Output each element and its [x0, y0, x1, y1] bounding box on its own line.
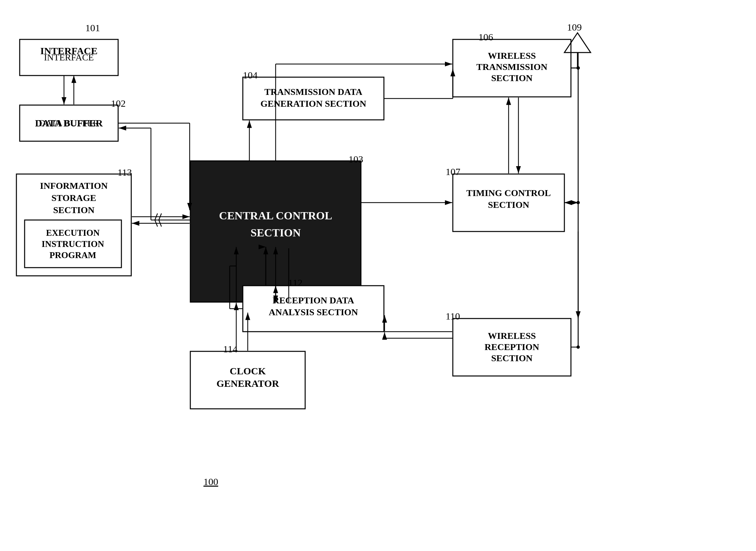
svg-text:RECEPTION DATA: RECEPTION DATA	[273, 295, 354, 306]
diagram: INTERFACE DATA BUFFER INFORMATION STORAG…	[0, 0, 756, 551]
ref-106: 106	[478, 32, 493, 43]
ref-107: 107	[446, 166, 460, 177]
svg-text:CENTRAL CONTROL: CENTRAL CONTROL	[219, 209, 332, 222]
svg-text:TRANSMISSION DATA: TRANSMISSION DATA	[264, 87, 363, 97]
svg-text:TIMING CONTROL: TIMING CONTROL	[466, 188, 551, 198]
ref-100: 100	[203, 476, 218, 487]
data-buffer-label: DATA BUFFER	[20, 105, 118, 141]
ref-101: 101	[85, 22, 100, 33]
svg-text:SECTION: SECTION	[491, 353, 533, 363]
ref-103: 103	[348, 154, 363, 165]
svg-text:WIRELESS: WIRELESS	[488, 51, 536, 61]
ref-109: 109	[567, 22, 582, 33]
svg-text:EXECUTION: EXECUTION	[46, 228, 100, 238]
ref-114: 114	[223, 344, 238, 355]
svg-point-71	[577, 346, 580, 349]
svg-text:TRANSMISSION: TRANSMISSION	[476, 62, 547, 72]
ref-112: 112	[288, 277, 303, 288]
svg-text:CLOCK: CLOCK	[230, 366, 266, 376]
svg-text:RECEPTION: RECEPTION	[485, 342, 539, 352]
svg-text:INSTRUCTION: INSTRUCTION	[42, 239, 104, 249]
svg-text:GENERATION SECTION: GENERATION SECTION	[261, 98, 366, 109]
interface-label: INTERFACE	[20, 39, 118, 75]
svg-text:WIRELESS: WIRELESS	[488, 331, 536, 341]
svg-text:SECTION: SECTION	[250, 226, 301, 239]
svg-text:SECTION: SECTION	[491, 73, 533, 83]
svg-text:GENERATOR: GENERATOR	[217, 378, 279, 389]
ref-110: 110	[446, 311, 460, 322]
svg-text:PROGRAM: PROGRAM	[50, 250, 96, 260]
svg-text:SECTION: SECTION	[488, 200, 529, 210]
svg-text:INFORMATION: INFORMATION	[40, 180, 108, 191]
svg-text:ANALYSIS SECTION: ANALYSIS SECTION	[269, 307, 358, 317]
svg-text:STORAGE: STORAGE	[52, 193, 96, 203]
ref-113: 113	[117, 167, 132, 178]
ref-104: 104	[243, 70, 258, 81]
svg-text:SECTION: SECTION	[53, 205, 95, 215]
